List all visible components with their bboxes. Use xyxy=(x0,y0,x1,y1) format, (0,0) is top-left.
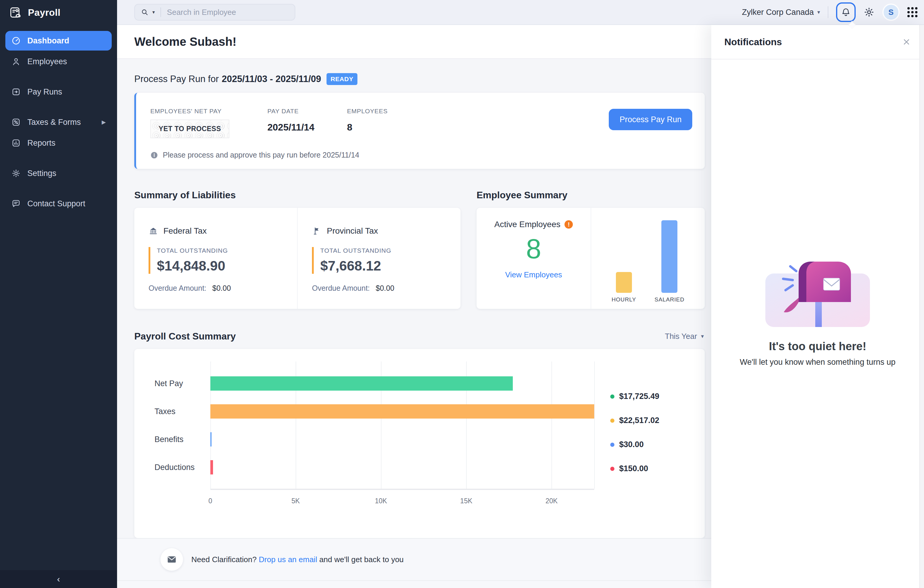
search-scope-caret-icon[interactable]: ▼ xyxy=(152,10,156,15)
sidebar-item-label: Reports xyxy=(27,139,56,148)
bar-taxes xyxy=(210,404,594,419)
category-label: Benefits xyxy=(155,432,208,446)
salaried-bar xyxy=(662,220,677,293)
payroll-dashboard: Payroll Dashboard Employees Pay Runs xyxy=(0,0,924,588)
global-search: ▼ xyxy=(134,4,295,20)
employees-icon xyxy=(11,57,21,66)
close-icon[interactable] xyxy=(902,38,911,46)
nav-spacer xyxy=(5,73,112,82)
warning-icon: ! xyxy=(564,220,573,229)
gridline xyxy=(551,362,552,489)
liabilities-section: Summary of Liabilities Federal Tax TOTAL… xyxy=(134,190,460,309)
sidebar-item-label: Contact Support xyxy=(27,199,85,208)
hourly-bar xyxy=(616,272,632,293)
sidebar-collapse-button[interactable]: ‹ xyxy=(0,570,117,588)
panel-scrollbar[interactable] xyxy=(919,25,924,588)
chevron-down-icon: ▼ xyxy=(700,334,705,339)
sidebar: Payroll Dashboard Employees Pay Runs xyxy=(0,0,117,588)
payroll-logo-icon xyxy=(9,6,22,19)
x-tick-label: 15K xyxy=(460,497,472,505)
active-employees-count: 8 xyxy=(526,235,541,263)
email-support-block: Need Clarification? Drop us an email and… xyxy=(160,548,404,571)
payroll-cost-heading: Payroll Cost Summary xyxy=(134,331,236,342)
process-pay-run-button[interactable]: Process Pay Run xyxy=(609,109,692,130)
liabilities-card: Federal Tax TOTAL OUTSTANDING $14,848.90… xyxy=(134,208,460,309)
legend-item: $30.00 xyxy=(610,440,659,449)
salaried-bar-group: SALARIED xyxy=(655,220,684,303)
active-employees-label: Active Employees xyxy=(494,220,561,229)
bell-icon xyxy=(841,7,851,17)
bank-icon xyxy=(148,226,158,236)
employee-summary-section: Employee Summary Active Employees ! 8 Vi… xyxy=(477,190,705,309)
topbar-divider xyxy=(828,6,828,18)
user-avatar[interactable]: S xyxy=(883,3,900,21)
employee-type-chart: HOURLY SALARIED xyxy=(591,208,705,309)
x-tick-label: 5K xyxy=(292,497,300,505)
chevron-right-icon: ▶ xyxy=(102,119,106,126)
range-selector[interactable]: This Year ▼ xyxy=(665,332,705,341)
search-icon xyxy=(135,8,152,16)
chart-legend: $17,725.49 $22,517.02 $30.00 $150.00 xyxy=(610,392,659,473)
mailbox-illustration xyxy=(763,256,872,329)
sidebar-item-dashboard[interactable]: Dashboard xyxy=(5,31,112,51)
sidebar-item-pay-runs[interactable]: Pay Runs xyxy=(5,82,112,102)
settings-gear-button[interactable] xyxy=(863,7,874,18)
liability-name: Provincial Tax xyxy=(327,226,378,236)
employee-summary-card: Active Employees ! 8 View Employees HOUR… xyxy=(477,208,705,309)
status-badge: READY xyxy=(327,73,358,85)
flag-icon xyxy=(312,226,322,236)
sidebar-item-employees[interactable]: Employees xyxy=(5,52,112,71)
notifications-title: Notifications xyxy=(724,36,782,48)
payrun-title-prefix: Process Pay Run for xyxy=(134,74,219,84)
collapse-chevron-icon: ‹ xyxy=(57,574,60,584)
payroll-cost-plot xyxy=(210,362,594,489)
payroll-cost-header: Payroll Cost Summary This Year ▼ xyxy=(134,331,705,342)
notifications-bell-button[interactable] xyxy=(836,2,856,22)
app-logo-header: Payroll xyxy=(0,0,117,25)
x-tick-label: 20K xyxy=(546,497,558,505)
sidebar-item-label: Pay Runs xyxy=(27,88,62,97)
sidebar-item-reports[interactable]: Reports xyxy=(5,133,112,153)
nav-spacer xyxy=(5,184,112,194)
topbar-right: Zylker Corp Canada ▾ S xyxy=(742,2,924,22)
sidebar-item-contact-support[interactable]: Contact Support xyxy=(5,194,112,213)
provincial-tax-block: Provincial Tax TOTAL OUTSTANDING $7,668.… xyxy=(297,208,460,309)
view-employees-link[interactable]: View Employees xyxy=(505,270,562,279)
email-support-text: Need Clarification? Drop us an email and… xyxy=(191,555,404,564)
envelope-icon xyxy=(160,548,183,571)
dashboard-icon xyxy=(11,36,21,46)
sidebar-item-label: Settings xyxy=(27,169,56,178)
drop-us-an-email-link[interactable]: Drop us an email xyxy=(259,555,317,564)
org-selector[interactable]: Zylker Corp Canada ▾ xyxy=(742,8,820,17)
payroll-cost-chart-card: Net Pay Taxes Benefits Deductions $17,72… xyxy=(134,349,705,538)
page-title: Welcome Subash! xyxy=(134,35,236,48)
empty-state-title: It's too quiet here! xyxy=(769,340,866,353)
chevron-down-icon: ▾ xyxy=(817,9,820,15)
payrun-date-range: 2025/11/03 - 2025/11/09 xyxy=(222,74,321,84)
sidebar-item-settings[interactable]: Settings xyxy=(5,164,112,183)
hourly-bar-group: HOURLY xyxy=(612,272,637,303)
sidebar-item-taxes-forms[interactable]: Taxes & Forms ▶ xyxy=(5,112,112,132)
settings-icon xyxy=(11,168,21,178)
empty-state-subtitle: We'll let you know when something turns … xyxy=(740,358,896,367)
payrun-note: Please process and approve this pay run … xyxy=(150,151,359,159)
gear-icon xyxy=(863,7,874,18)
liabilities-heading: Summary of Liabilities xyxy=(134,190,460,201)
payrun-field-net-pay: EMPLOYEES' NET PAY YET TO PROCESS xyxy=(150,107,267,169)
legend-item: $17,725.49 xyxy=(610,392,659,401)
search-input[interactable] xyxy=(161,8,295,17)
sidebar-item-label: Dashboard xyxy=(27,36,69,46)
payrun-card: EMPLOYEES' NET PAY YET TO PROCESS PAY DA… xyxy=(134,93,705,169)
avatar-initial: S xyxy=(888,8,893,17)
payrun-field-pay-date: PAY DATE 2025/11/14 xyxy=(267,107,347,169)
category-label: Deductions xyxy=(155,460,208,474)
legend-item: $22,517.02 xyxy=(610,416,659,425)
gridline xyxy=(594,362,595,489)
notifications-panel: Notifications xyxy=(711,25,924,588)
bar-net-pay xyxy=(210,377,513,391)
taxes-forms-icon xyxy=(11,117,21,127)
payrun-field-employees: EMPLOYEES 8 xyxy=(347,107,388,169)
app-grid-icon[interactable] xyxy=(908,7,917,17)
sidebar-item-label: Taxes & Forms xyxy=(27,118,81,127)
employee-summary-heading: Employee Summary xyxy=(477,190,705,201)
